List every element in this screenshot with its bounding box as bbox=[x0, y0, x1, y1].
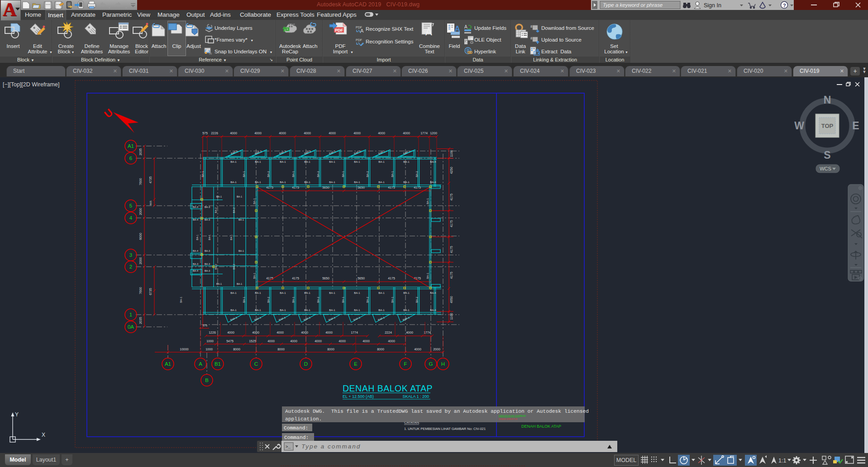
svg-text:BA-1: BA-1 bbox=[255, 292, 261, 294]
svg-text:BA-1: BA-1 bbox=[329, 181, 335, 184]
svg-text:5475: 5475 bbox=[226, 340, 234, 343]
svg-text:1. UNTUK PEMBESIAN LIHAT GAMBA: 1. UNTUK PEMBESIAN LIHAT GAMBAR No: CIV-… bbox=[404, 427, 486, 431]
svg-text:8000: 8000 bbox=[327, 348, 334, 351]
svg-text:4000: 4000 bbox=[406, 331, 413, 334]
svg-text:4175: 4175 bbox=[414, 186, 421, 189]
svg-text:BA-1: BA-1 bbox=[304, 309, 310, 311]
svg-text:BA-1: BA-1 bbox=[378, 292, 385, 294]
svg-text:B1: B1 bbox=[215, 361, 221, 367]
svg-text:BA-1: BA-1 bbox=[216, 195, 222, 198]
svg-text:PDF: PDF bbox=[335, 28, 343, 33]
svg-text:BA-1: BA-1 bbox=[237, 195, 242, 198]
svg-text:BA-1: BA-1 bbox=[391, 171, 394, 177]
svg-text:BA-1: BA-1 bbox=[391, 297, 394, 303]
svg-text:4175: 4175 bbox=[266, 186, 273, 189]
svg-text:4000: 4000 bbox=[329, 132, 336, 135]
svg-text:BA-4: BA-4 bbox=[430, 309, 436, 311]
svg-text:BA-1: BA-1 bbox=[329, 309, 335, 311]
svg-text:4000: 4000 bbox=[403, 132, 410, 135]
svg-text:BA-2: BA-2 bbox=[233, 208, 235, 213]
svg-text:BA-2: BA-2 bbox=[366, 297, 369, 303]
svg-text:8: 8 bbox=[530, 36, 533, 40]
svg-text:EL + 12.500 (AB): EL + 12.500 (AB) bbox=[343, 394, 374, 399]
svg-text:PDF: PDF bbox=[356, 38, 362, 42]
svg-text:U: U bbox=[102, 106, 115, 120]
svg-text:BA-4: BA-4 bbox=[430, 181, 436, 184]
svg-text:TOP: TOP bbox=[821, 123, 834, 129]
svg-text:4000: 4000 bbox=[254, 132, 262, 135]
svg-text:5: 5 bbox=[129, 203, 132, 208]
svg-text:BA-3: BA-3 bbox=[205, 263, 210, 265]
svg-text:1226: 1226 bbox=[209, 331, 216, 334]
svg-text:Command:: Command: bbox=[284, 435, 309, 440]
svg-text:SKALA 1 : 200: SKALA 1 : 200 bbox=[402, 394, 429, 399]
svg-text:5650: 5650 bbox=[322, 277, 329, 280]
svg-text:BA-1: BA-1 bbox=[280, 309, 286, 311]
svg-text:BAF-1: BAF-1 bbox=[353, 316, 361, 321]
svg-text:1100: 1100 bbox=[450, 150, 453, 157]
svg-text:BAF-1: BAF-1 bbox=[378, 150, 386, 155]
svg-text:BA-1: BA-1 bbox=[403, 292, 410, 294]
svg-text:BA-3: BA-3 bbox=[205, 218, 210, 221]
svg-text:4175: 4175 bbox=[450, 246, 453, 253]
svg-text:BA-1: BA-1 bbox=[342, 297, 344, 303]
svg-text:W: W bbox=[794, 120, 804, 132]
svg-text:G: G bbox=[429, 361, 433, 367]
svg-text:BA-1: BA-1 bbox=[196, 235, 199, 240]
svg-text:BA-1: BA-1 bbox=[253, 198, 256, 204]
svg-text:1: 1 bbox=[129, 312, 132, 317]
svg-text:1000: 1000 bbox=[206, 340, 214, 343]
svg-text:BA-1: BA-1 bbox=[243, 171, 245, 177]
svg-text:BA-1: BA-1 bbox=[208, 235, 211, 240]
svg-text:BAF-1: BAF-1 bbox=[230, 150, 238, 155]
svg-text:BAF-1: BAF-1 bbox=[329, 150, 336, 155]
svg-text:BA-1: BA-1 bbox=[426, 273, 429, 279]
svg-text:C: C bbox=[254, 361, 258, 367]
svg-text:BAF-1: BAF-1 bbox=[328, 316, 336, 321]
svg-text:4175: 4175 bbox=[450, 220, 453, 227]
svg-text:BA-3: BA-3 bbox=[193, 263, 198, 265]
svg-text:4000: 4000 bbox=[362, 340, 370, 343]
svg-text:BA-4: BA-4 bbox=[430, 160, 436, 163]
svg-text:1525: 1525 bbox=[249, 340, 256, 343]
svg-text:10000: 10000 bbox=[180, 348, 189, 351]
svg-text:BAF-1: BAF-1 bbox=[403, 150, 410, 155]
svg-text:BA-1: BA-1 bbox=[403, 309, 410, 311]
svg-text:4950: 4950 bbox=[450, 296, 453, 303]
svg-text:BA-1: BA-1 bbox=[238, 250, 244, 252]
svg-text:BA-1: BA-1 bbox=[280, 181, 286, 184]
svg-text:BA-4: BA-4 bbox=[193, 206, 198, 208]
svg-text:575: 575 bbox=[202, 132, 208, 135]
svg-text:BAF-1: BAF-1 bbox=[402, 316, 410, 321]
svg-text:4000: 4000 bbox=[315, 340, 322, 343]
svg-text:4000: 4000 bbox=[339, 340, 346, 343]
svg-text:S: S bbox=[824, 149, 830, 161]
svg-text:8000: 8000 bbox=[277, 348, 285, 351]
svg-text:F: F bbox=[404, 361, 407, 367]
svg-text:2: 2 bbox=[129, 264, 132, 269]
svg-text:BA-3: BA-3 bbox=[205, 250, 210, 252]
svg-text:4000: 4000 bbox=[279, 132, 286, 135]
svg-text:BA-1: BA-1 bbox=[253, 273, 256, 279]
svg-text:Type a keyword or phrase: Type a keyword or phrase bbox=[603, 2, 663, 8]
svg-text:2226: 2226 bbox=[211, 132, 218, 135]
svg-text:1:1: 1:1 bbox=[778, 458, 786, 464]
svg-text:>_: >_ bbox=[286, 445, 291, 449]
svg-text:6735: 6735 bbox=[149, 288, 152, 295]
svg-text:A: A bbox=[464, 24, 467, 29]
svg-text:BAF-1: BAF-1 bbox=[279, 150, 286, 155]
svg-text:BA-2: BA-2 bbox=[317, 297, 320, 303]
svg-text:BA-1: BA-1 bbox=[230, 309, 237, 311]
svg-text:4000: 4000 bbox=[414, 348, 421, 351]
svg-text:BA-2: BA-2 bbox=[267, 171, 270, 177]
svg-text:BAF-1: BAF-1 bbox=[304, 150, 311, 155]
svg-text:E: E bbox=[354, 361, 358, 367]
svg-text:BA-1: BA-1 bbox=[378, 160, 385, 163]
svg-text:BA-1: BA-1 bbox=[304, 181, 310, 184]
svg-text:A: A bbox=[199, 361, 202, 367]
svg-text:4000: 4000 bbox=[301, 331, 308, 334]
svg-text:4175: 4175 bbox=[388, 186, 395, 189]
svg-text:BA-1: BA-1 bbox=[354, 181, 360, 184]
svg-text:BA-1: BA-1 bbox=[255, 309, 261, 311]
svg-text:BA-2: BA-2 bbox=[215, 264, 217, 269]
